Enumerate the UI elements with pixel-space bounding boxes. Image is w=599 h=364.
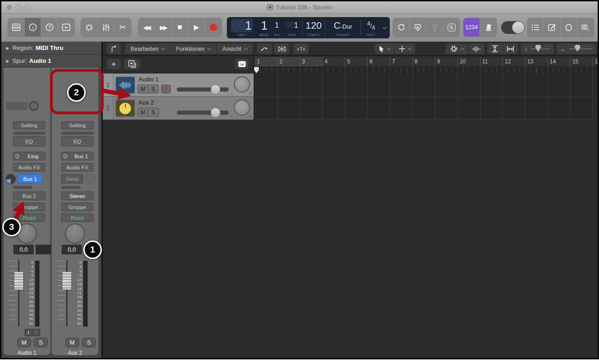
- automation-mode-button[interactable]: Read: [61, 213, 94, 222]
- slider-thumb[interactable]: [211, 85, 220, 94]
- send-level-knob[interactable]: [85, 174, 95, 184]
- lcd-tempo[interactable]: 120 TEMPO: [302, 17, 325, 38]
- catch-playhead-button[interactable]: >T<: [293, 43, 309, 54]
- track-solo-button[interactable]: S: [148, 108, 159, 117]
- media-browser-button[interactable]: ♪: [577, 18, 594, 37]
- solo-mode-button[interactable]: S: [443, 18, 460, 37]
- mixer-icon[interactable]: [98, 18, 114, 37]
- strip-name[interactable]: Aux 2: [52, 350, 98, 356]
- master-toggle[interactable]: [501, 21, 524, 34]
- stop-button[interactable]: ■: [172, 18, 188, 37]
- input-slot[interactable]: Eing: [13, 152, 45, 160]
- track-record-button[interactable]: R: [161, 85, 171, 93]
- inspector-button[interactable]: i: [25, 18, 41, 37]
- count-in-button[interactable]: 1234: [463, 18, 480, 37]
- track-inspector-header[interactable]: ▶ Spur: Audio 1: [1, 55, 101, 68]
- lcd-mode-chevron-icon[interactable]: [382, 25, 387, 29]
- fader-cap[interactable]: [14, 271, 24, 290]
- lcd-time-signature[interactable]: 4/4 TAKT: [361, 17, 381, 38]
- gain-knob[interactable]: [29, 101, 39, 111]
- waveform-zoom-button[interactable]: [469, 43, 484, 54]
- metronome-icon[interactable]: [480, 18, 497, 37]
- play-button[interactable]: ▶: [188, 18, 205, 37]
- gear-icon[interactable]: [446, 43, 468, 54]
- eq-slot[interactable]: EQ: [13, 136, 45, 147]
- fader-track[interactable]: [18, 260, 19, 327]
- eq-slot[interactable]: EQ: [61, 136, 94, 147]
- left-click-tool[interactable]: [375, 43, 395, 54]
- horizontal-auto-zoom-button[interactable]: [503, 43, 518, 54]
- slider-thumb[interactable]: [211, 108, 220, 117]
- note-pads-button[interactable]: [544, 18, 561, 37]
- solo-button[interactable]: S: [34, 338, 48, 347]
- quick-help-button[interactable]: [58, 18, 75, 37]
- library-button[interactable]: [8, 18, 25, 37]
- track-name[interactable]: Audio 1: [138, 76, 159, 83]
- audio-fx-slot[interactable]: Audio FX: [61, 163, 94, 172]
- flex-button[interactable]: [274, 43, 289, 54]
- output-slot[interactable]: Stereo: [61, 191, 94, 200]
- solo-button[interactable]: S: [82, 338, 96, 347]
- pan-knob[interactable]: [65, 223, 85, 244]
- add-track-button[interactable]: +: [106, 59, 121, 69]
- vertical-auto-zoom-button[interactable]: [487, 43, 503, 54]
- menu-ansicht[interactable]: Ansicht: [217, 43, 253, 54]
- audio-fx-slot[interactable]: Audio FX: [13, 163, 45, 172]
- disclosure-triangle-icon[interactable]: ▶: [6, 46, 9, 50]
- mute-button[interactable]: M: [65, 338, 79, 347]
- setting-button[interactable]: Setting: [13, 121, 45, 130]
- list-editors-button[interactable]: [527, 18, 544, 37]
- loop-browser-button[interactable]: [561, 18, 577, 37]
- color-dial-icon[interactable]: [81, 18, 98, 37]
- forward-button[interactable]: ▶▶: [155, 18, 172, 37]
- track-volume-slider[interactable]: [177, 87, 229, 92]
- fader-cap[interactable]: [62, 271, 72, 290]
- input-slot[interactable]: Bus 1: [61, 152, 94, 160]
- track-mute-button[interactable]: M: [137, 108, 148, 117]
- back-arrow-button[interactable]: [106, 43, 121, 54]
- output-slot[interactable]: Bus 2: [13, 191, 45, 200]
- track-mute-button[interactable]: M: [137, 85, 148, 93]
- lcd-display[interactable]: 001 TAKT 1 BEAT 1 DIV 001 TICK 120 TEMPO: [227, 17, 390, 38]
- send-slot[interactable]: Send: [61, 174, 83, 184]
- volume-value[interactable]: 0,0: [13, 245, 34, 254]
- automation-button[interactable]: [257, 43, 272, 54]
- track-header[interactable]: 1 Audio 1 M S R L R: [103, 74, 254, 97]
- vertical-zoom-slider[interactable]: ↕: [521, 43, 554, 54]
- track-lane-grid[interactable]: [254, 74, 598, 97]
- track-solo-button[interactable]: S: [148, 85, 159, 93]
- setting-button[interactable]: Setting: [61, 121, 94, 130]
- track-pan-knob[interactable]: [234, 99, 250, 116]
- pan-knob[interactable]: [17, 223, 37, 244]
- lcd-position-tick[interactable]: 001 TICK: [282, 17, 302, 38]
- horizontal-zoom-slider[interactable]: ↔: [556, 43, 596, 54]
- track-lane-grid[interactable]: [254, 97, 598, 120]
- rewind-button[interactable]: ◀◀: [138, 18, 155, 37]
- scissors-icon[interactable]: ✂: [114, 18, 131, 37]
- track-volume-slider[interactable]: [177, 111, 229, 115]
- automation-mode-button[interactable]: Read: [13, 213, 45, 222]
- record-enable-button[interactable]: R: [32, 329, 40, 336]
- volume-value[interactable]: 0,0: [62, 245, 82, 254]
- track-name[interactable]: Aux 2: [138, 99, 154, 106]
- send-slot[interactable]: Bus 1: [18, 174, 43, 184]
- lcd-position-beat[interactable]: 1 BEAT: [257, 17, 272, 38]
- duplicate-track-button[interactable]: [124, 59, 140, 69]
- tuner-icon[interactable]: [426, 18, 443, 37]
- send-level-knob[interactable]: [6, 174, 16, 184]
- ruler-ticks[interactable]: [255, 67, 598, 74]
- disclosure-triangle-icon[interactable]: ▶: [6, 59, 9, 63]
- group-slot[interactable]: Gruppe: [61, 203, 94, 211]
- input-format-icon[interactable]: [62, 152, 69, 160]
- strip-name[interactable]: Audio 1: [4, 350, 50, 356]
- menu-bearbeiten[interactable]: Bearbeiten: [125, 43, 170, 54]
- fader-track[interactable]: [66, 260, 68, 327]
- help-button[interactable]: ?: [41, 18, 58, 37]
- mute-button[interactable]: M: [17, 338, 31, 347]
- menu-funktionen[interactable]: Funktionen: [170, 43, 217, 54]
- cycle-icon[interactable]: [393, 18, 410, 37]
- region-inspector-header[interactable]: ▶ Region: MIDI Thru: [1, 42, 101, 55]
- toggle-knob[interactable]: [512, 21, 524, 34]
- track-pan-knob[interactable]: [234, 76, 250, 93]
- track-header[interactable]: 2 Aux 2 M S L R: [103, 97, 254, 120]
